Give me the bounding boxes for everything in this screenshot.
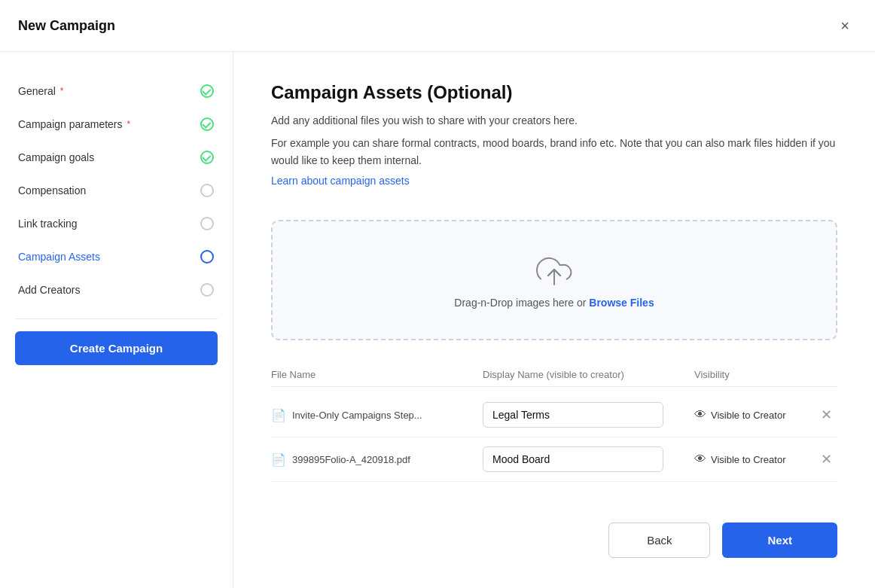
visibility-cell-1: 👁 Visible to Creator	[694, 408, 815, 422]
sidebar-item-general-icon	[200, 84, 215, 99]
file-name-cell-2: 📄 399895Folio-A_420918.pdf	[271, 452, 483, 467]
table-header: File Name Display Name (visible to creat…	[271, 363, 837, 387]
upload-cloud-icon	[536, 251, 572, 288]
page-title: Campaign Assets (Optional)	[271, 82, 837, 103]
next-button[interactable]: Next	[722, 522, 837, 558]
sidebar-item-campaign-goals-label: Campaign goals	[18, 151, 94, 163]
sidebar-item-campaign-parameters[interactable]: Campaign parameters *	[15, 108, 218, 141]
sidebar-item-campaign-parameters-icon	[200, 117, 215, 132]
file-icon-1: 📄	[271, 408, 286, 422]
sidebar-item-link-tracking-icon	[200, 216, 215, 231]
file-name-text-2: 399895Folio-A_420918.pdf	[292, 454, 410, 465]
file-icon-2: 📄	[271, 452, 286, 467]
section-desc-2: For example you can share formal contrac…	[271, 135, 837, 169]
visibility-label-1: Visible to Creator	[711, 410, 785, 421]
modal-body: General * Campaign parameters * Camp	[0, 52, 875, 588]
sidebar-item-general[interactable]: General *	[15, 75, 218, 108]
visibility-cell-2: 👁 Visible to Creator	[694, 452, 815, 466]
modal-header: New Campaign ×	[0, 0, 875, 52]
close-button[interactable]: ×	[833, 14, 857, 38]
file-name-cell-1: 📄 Invite-Only Campaigns Step...	[271, 408, 483, 422]
check-circle-icon	[200, 84, 214, 98]
remove-button-2[interactable]: ✕	[815, 451, 837, 468]
table-row: 📄 399895Folio-A_420918.pdf 👁 Visible to …	[271, 437, 837, 482]
sidebar-item-compensation-icon	[200, 183, 215, 198]
col-header-display-name: Display Name (visible to creator)	[483, 369, 694, 380]
sidebar-item-add-creators[interactable]: Add Creators	[15, 273, 218, 306]
browse-files-link[interactable]: Browse Files	[589, 297, 654, 309]
visibility-label-2: Visible to Creator	[711, 454, 785, 465]
col-header-visibility: Visibility	[694, 369, 815, 380]
sidebar-item-link-tracking[interactable]: Link tracking	[15, 207, 218, 240]
sidebar-item-campaign-parameters-required: *	[127, 119, 131, 129]
footer-buttons: Back Next	[271, 500, 837, 558]
col-header-file-name: File Name	[271, 369, 483, 380]
circle-empty-icon-3	[200, 283, 214, 297]
file-table: File Name Display Name (visible to creat…	[271, 363, 837, 482]
sidebar-item-campaign-goals-icon	[200, 150, 215, 165]
sidebar-item-link-tracking-label: Link tracking	[18, 218, 78, 230]
sidebar-item-campaign-assets-icon	[200, 249, 215, 264]
display-name-input-1[interactable]	[483, 402, 663, 428]
check-circle-icon-3	[200, 151, 214, 164]
back-button[interactable]: Back	[608, 522, 710, 558]
create-campaign-button[interactable]: Create Campaign	[15, 331, 218, 365]
sidebar-item-general-required: *	[60, 86, 64, 96]
modal-container: New Campaign × General * Campaign parame…	[0, 0, 875, 588]
table-row: 📄 Invite-Only Campaigns Step... 👁 Visibl…	[271, 393, 837, 437]
display-name-cell-2	[483, 446, 694, 472]
sidebar-item-compensation[interactable]: Compensation	[15, 174, 218, 207]
check-circle-icon-2	[200, 117, 214, 131]
circle-empty-icon	[200, 184, 214, 197]
display-name-cell-1	[483, 402, 694, 428]
display-name-input-2[interactable]	[483, 446, 663, 472]
main-content: Campaign Assets (Optional) Add any addit…	[233, 52, 875, 588]
eye-icon-1: 👁	[694, 408, 706, 422]
sidebar-item-compensation-label: Compensation	[18, 184, 86, 197]
sidebar-item-add-creators-icon	[200, 282, 215, 297]
learn-link[interactable]: Learn about campaign assets	[271, 175, 837, 187]
sidebar-item-campaign-assets[interactable]: Campaign Assets	[15, 240, 218, 273]
sidebar-divider	[15, 318, 218, 319]
circle-active-icon	[200, 250, 214, 264]
eye-icon-2: 👁	[694, 452, 706, 466]
section-desc-1: Add any additional files you wish to sha…	[271, 112, 837, 129]
modal-title: New Campaign	[18, 18, 115, 34]
file-name-text-1: Invite-Only Campaigns Step...	[292, 410, 422, 421]
drop-zone[interactable]: Drag-n-Drop images here or Browse Files	[271, 220, 837, 340]
sidebar: General * Campaign parameters * Camp	[0, 52, 233, 588]
dropzone-text: Drag-n-Drop images here or Browse Files	[454, 297, 654, 309]
sidebar-item-add-creators-label: Add Creators	[18, 284, 80, 296]
sidebar-item-campaign-parameters-label: Campaign parameters	[18, 118, 123, 130]
sidebar-item-campaign-assets-label: Campaign Assets	[18, 251, 100, 263]
sidebar-item-campaign-goals[interactable]: Campaign goals	[15, 141, 218, 174]
remove-button-1[interactable]: ✕	[815, 407, 837, 423]
sidebar-item-general-label: General	[18, 85, 56, 97]
circle-empty-icon-2	[200, 217, 214, 230]
